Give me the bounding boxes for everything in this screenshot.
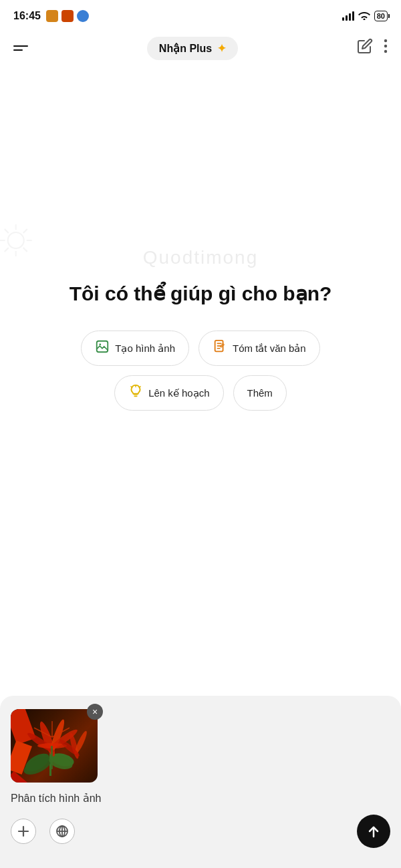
doc-icon	[213, 339, 227, 357]
svg-rect-12	[97, 341, 108, 353]
more-label: Thêm	[247, 387, 273, 399]
plus-star-icon: ✦	[217, 42, 226, 55]
svg-point-2	[384, 50, 387, 53]
plan-label: Lên kế hoạch	[148, 387, 209, 399]
create-image-button[interactable]: Tạo hình ảnh	[81, 331, 189, 366]
nhan-plus-button[interactable]: Nhận Plus ✦	[147, 37, 238, 60]
svg-point-1	[384, 45, 387, 47]
add-button[interactable]	[11, 819, 36, 844]
hamburger-line-2	[13, 49, 23, 51]
bulb-icon	[128, 384, 143, 402]
app-icon-1	[46, 10, 58, 22]
battery-icon: 80	[374, 11, 388, 21]
hamburger-menu[interactable]	[13, 45, 28, 51]
bottom-area: ×	[0, 696, 401, 868]
send-button[interactable]	[357, 815, 390, 848]
svg-point-26	[21, 754, 53, 779]
create-image-label: Tạo hình ảnh	[115, 343, 175, 355]
more-options-icon[interactable]	[384, 38, 388, 58]
toolbar-left	[11, 819, 75, 844]
main-content: Tôi có thể giúp gì cho bạn? Tạo hình ảnh	[0, 67, 401, 411]
wifi-icon	[358, 11, 370, 22]
nav-right-icons	[357, 38, 388, 58]
close-icon: ×	[92, 706, 98, 717]
more-button[interactable]: Thêm	[233, 375, 287, 411]
main-heading: Tôi có thể giúp gì cho bạn?	[49, 280, 352, 306]
globe-button[interactable]	[49, 819, 75, 844]
nhan-plus-label: Nhận Plus	[159, 42, 212, 55]
svg-point-0	[384, 39, 387, 42]
status-app-icons	[46, 10, 89, 22]
image-icon	[95, 339, 110, 357]
suggestion-row-1: Tạo hình ảnh Tóm tắt văn bản	[81, 331, 319, 366]
status-right-icons: 80	[342, 11, 388, 22]
suggestions-container: Tạo hình ảnh Tóm tắt văn bản	[81, 331, 319, 411]
suggestion-row-2: Lên kế hoạch Thêm	[114, 375, 287, 411]
status-bar: 16:45 80	[0, 0, 401, 29]
signal-icon	[342, 11, 354, 21]
top-nav: Nhận Plus ✦	[0, 29, 401, 67]
text-input-area	[11, 792, 390, 804]
app-icon-2	[61, 10, 74, 22]
status-time: 16:45	[13, 10, 41, 22]
app-icon-3	[77, 10, 89, 22]
message-input[interactable]	[11, 792, 390, 804]
attachment-preview: ×	[11, 709, 98, 783]
close-attachment-button[interactable]: ×	[87, 704, 103, 720]
svg-rect-28	[51, 746, 53, 769]
edit-icon[interactable]	[357, 38, 373, 58]
attachment-image	[11, 709, 98, 783]
flower-svg	[11, 709, 98, 783]
bottom-toolbar	[11, 815, 390, 848]
svg-point-13	[100, 343, 102, 345]
summarize-text-label: Tóm tắt văn bản	[233, 343, 306, 355]
plan-button[interactable]: Lên kế hoạch	[114, 375, 223, 411]
hamburger-line-1	[13, 45, 28, 47]
summarize-text-button[interactable]: Tóm tắt văn bản	[198, 331, 320, 366]
